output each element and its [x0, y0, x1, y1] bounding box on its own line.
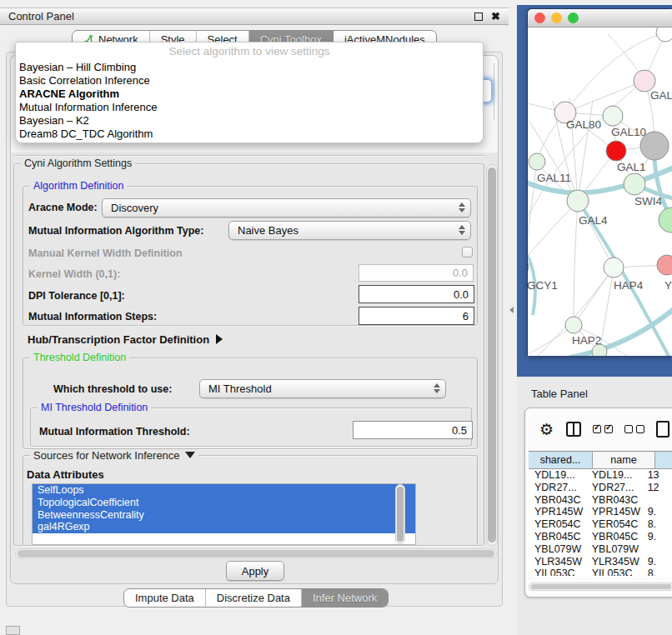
table-row[interactable]: YDR27...YDR27...12 [529, 482, 672, 494]
tab-discretize-data[interactable]: Discretize Data [206, 589, 302, 607]
algorithm-option[interactable]: Bayesian – K2 [16, 114, 483, 128]
node-unlabeled[interactable] [656, 28, 672, 42]
panel-collapse-arrow[interactable] [509, 307, 514, 313]
table-cell: 9. [644, 531, 672, 543]
algorithm-option[interactable]: ARACNE Algorithm [16, 88, 483, 101]
algorithm-option[interactable]: Mutual Information Inference [16, 101, 483, 114]
mi-steps-field[interactable] [359, 307, 474, 325]
aracne-mode-label: Aracne Mode: [28, 202, 98, 213]
table-cell: YBR045C [529, 531, 587, 543]
node-GAL10[interactable] [603, 106, 623, 126]
minimize-window-icon[interactable] [551, 12, 562, 23]
node-label: GAL80 [566, 118, 601, 131]
table-cell: YDR27... [529, 482, 587, 494]
network-edge [578, 101, 593, 201]
table-row[interactable]: YLR345WYLR345W9. [529, 556, 672, 568]
data-attributes-list[interactable]: SelfLoops TopologicalCoefficient Between… [32, 483, 416, 545]
dpi-tolerance-field[interactable] [359, 285, 474, 303]
zoom-window-icon[interactable] [568, 12, 579, 23]
settings-horizontal-scrollbar[interactable] [15, 548, 497, 559]
dpi-tolerance-label: DPI Tolerance [0,1]: [28, 290, 125, 302]
table-toolbar: ⚙ [525, 408, 672, 450]
node-HAP4[interactable] [604, 258, 624, 278]
group-box-edge [13, 155, 486, 157]
algorithm-dropdown-popup: Select algorithm to view settings Bayesi… [15, 42, 484, 143]
tab-impute-data[interactable]: Impute Data [124, 589, 206, 607]
settings-gear-icon[interactable]: ⚙ [539, 422, 554, 438]
algorithm-option[interactable]: Dream8 DC_TDC Algorithm [16, 128, 483, 141]
table-row[interactable]: YBR043CYBR043C [529, 494, 672, 507]
algorithm-dropdown-placeholder: Select algorithm to view settings [16, 42, 483, 61]
mi-algorithm-type-combo[interactable]: Naive Bayes [228, 221, 471, 240]
table-cell: YER054C [587, 518, 644, 531]
algorithm-definition-group: Algorithm Definition Aracne Mode: Discov… [23, 186, 478, 326]
table-cell: YBL079W [529, 543, 587, 556]
corner-grip[interactable] [6, 626, 20, 635]
table-row[interactable]: YIL053CYIL053C8. [529, 568, 672, 576]
split-panel-icon[interactable] [566, 422, 581, 437]
expanded-arrow-icon [185, 452, 195, 458]
table-cell: YDL19... [587, 469, 644, 482]
mi-threshold-definition-title: MI Threshold Definition [38, 402, 151, 413]
table-cell: 9. [644, 556, 672, 568]
node-GAL11[interactable] [529, 153, 545, 170]
table-panel-title: Table Panel [531, 388, 588, 400]
float-panel-icon[interactable] [474, 12, 483, 21]
column-header-partial[interactable] [655, 452, 672, 468]
manual-kernel-width-label: Manual Kernel Width Definition [28, 248, 183, 259]
network-edge [528, 201, 578, 267]
table-cell: YIL053C [529, 568, 587, 576]
network-canvas[interactable]: GALGAL80GAL10GAL1GAL11SWI4GAL4GCY1HAP4YH… [528, 28, 672, 356]
desktop-background: GALGAL80GAL10GAL1GAL11SWI4GAL4GCY1HAP4YH… [517, 5, 672, 377]
table-row[interactable]: YPR145WYPR145W9. [529, 506, 672, 518]
manual-kernel-width-checkbox[interactable] [462, 247, 473, 258]
kernel-width-field[interactable] [359, 264, 474, 282]
attribute-item[interactable]: SelfLoops [33, 484, 415, 497]
table-body: YDL19...YDL19...13YDR27...YDR27...12YBR0… [529, 469, 672, 576]
which-threshold-combo[interactable]: MI Threshold [199, 379, 446, 398]
control-panel-titlebar: Control Panel ✖ [0, 8, 509, 25]
attribute-item[interactable]: BetweennessCentrality [33, 509, 415, 522]
node-HAP2[interactable] [565, 317, 582, 333]
node-unlabeled[interactable] [592, 344, 607, 356]
node-unlabeled[interactable] [659, 208, 672, 232]
deselect-all-icon[interactable] [624, 425, 644, 433]
close-panel-icon[interactable]: ✖ [491, 12, 500, 21]
hub-definition-toggle[interactable]: Hub/Transcription Factor Definition [28, 333, 223, 346]
table-cell: 8. [644, 518, 672, 531]
apply-button[interactable]: Apply [226, 561, 284, 581]
table-row[interactable]: YBR045CYBR045C9. [529, 531, 672, 543]
table-row[interactable]: YER054CYER054C8. [529, 518, 672, 531]
node-label: Y [664, 279, 672, 292]
mi-threshold-field[interactable] [353, 421, 473, 439]
select-all-icon[interactable] [593, 425, 613, 433]
table-horizontal-scrollbar[interactable] [529, 582, 672, 591]
node-GAL1[interactable] [606, 141, 626, 161]
node-Y[interactable] [657, 255, 672, 275]
attributes-scrollbar[interactable] [395, 484, 405, 544]
algorithm-option[interactable]: Bayesian – Hill Climbing [16, 61, 483, 74]
algorithm-option[interactable]: Basic Correlation Inference [16, 74, 483, 88]
column-header-name[interactable]: name [593, 452, 655, 468]
table-row[interactable]: YBL079WYBL079W [529, 543, 672, 556]
table-panel: Table Panel ⚙ shared... name YDL19...YDL… [517, 377, 672, 635]
node-SWI4[interactable] [624, 173, 645, 195]
sources-title[interactable]: Sources for Network Inference [30, 449, 198, 462]
node-label: HAP4 [614, 279, 644, 292]
cyni-bottom-tabstrip: Impute Data Discretize Data Infer Networ… [123, 588, 389, 608]
table-row[interactable]: YDL19...YDL19...13 [529, 469, 672, 482]
function-builder-icon[interactable] [656, 421, 669, 438]
settings-vertical-scrollbar[interactable] [486, 164, 498, 546]
close-window-icon[interactable] [534, 12, 545, 23]
network-window-titlebar[interactable] [528, 9, 672, 28]
attribute-item[interactable]: TopologicalCoefficient [33, 497, 415, 509]
tab-infer-network[interactable]: Infer Network [302, 589, 388, 607]
network-edge [574, 201, 578, 325]
column-header-shared-name[interactable]: shared... [529, 452, 593, 468]
node-GAL4[interactable] [567, 190, 589, 212]
attribute-item[interactable]: gal4RGexp [33, 521, 415, 533]
table-cell: YBR043C [587, 494, 644, 507]
node-unlabeled[interactable] [640, 132, 669, 160]
aracne-mode-combo[interactable]: Discovery [102, 198, 471, 218]
sources-group: Sources for Network Inference Data Attri… [23, 455, 478, 546]
